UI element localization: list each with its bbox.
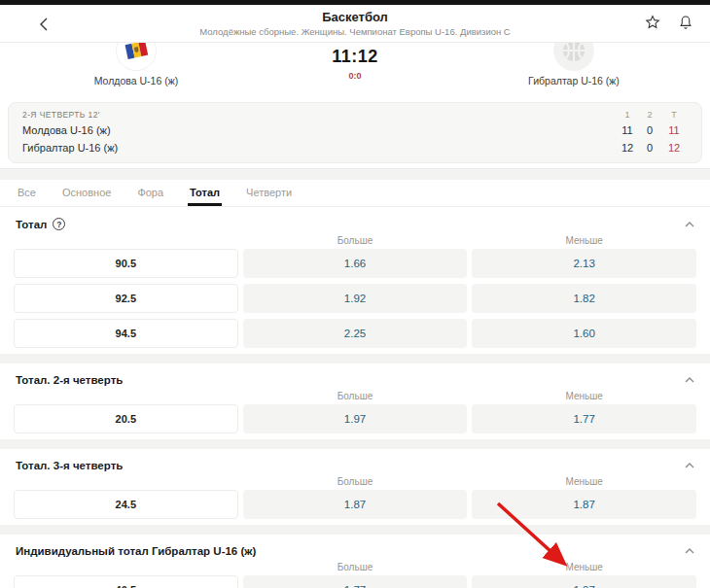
section-divider [0,439,710,449]
section-title: Индивидуальный тотал Гибралтар U-16 (ж) [16,545,256,557]
markets-list: Тотал ? Больше Меньше 90.5 1.66 2.13 92.… [0,207,710,588]
under-column-label: Меньше [472,476,696,487]
collapse-section-button[interactable] [685,222,694,227]
section-divider [0,525,710,535]
chevron-up-icon [685,222,694,227]
over-odds-button[interactable]: 2.25 [243,319,468,348]
over-odds-button[interactable]: 1.77 [243,575,468,588]
home-team-name: Молдова U-16 (ж) [94,75,178,86]
under-odds-button[interactable]: 1.87 [472,490,696,519]
tab-total[interactable]: Тотал [188,180,222,206]
section-header-total-q3: Тотал. 3-я четверть [0,449,710,474]
home-total-score: 11 [660,124,688,136]
odds-row: 40.5 1.77 1.97 [14,575,696,588]
favorite-star-icon[interactable] [644,14,661,31]
tab-quarters[interactable]: Четверти [244,180,294,206]
odds-row: 24.5 1.87 1.87 [14,490,696,519]
over-odds-button[interactable]: 1.97 [243,404,468,433]
over-odds-button[interactable]: 1.87 [243,490,468,519]
scoreboard-panel: 2-Я ЧЕТВЕРТЬ 12' 1 2 T Молдова U-16 (ж) … [8,102,702,163]
market-tabs: Все Основное Фора Тотал Четверти [0,180,710,207]
under-odds-button[interactable]: 1.60 [472,319,696,348]
scoreboard-away-name: Гибралтар U-16 (ж) [22,141,616,155]
section-divider [0,354,710,363]
notifications-bell-icon[interactable] [677,14,694,31]
total-line-value: 20.5 [14,404,238,433]
odds-row: 94.5 2.25 1.60 [14,319,696,348]
odds-row: 20.5 1.97 1.77 [14,404,696,433]
home-q1-score: 11 [616,124,639,136]
total-line-value: 90.5 [14,249,238,278]
match-score-block: 11:12 0:0 [272,43,438,99]
under-column-label: Меньше [472,562,696,572]
away-team: Гибралтар U-16 (ж) [438,43,710,99]
section-title: Тотал. 3-я четверть [16,460,123,471]
page-title: Баскетбол [199,10,510,24]
tab-main[interactable]: Основное [60,180,113,206]
over-column-label: Больше [243,391,468,401]
match-summary: Молдова U-16 (ж) 11:12 0:0 Гибралтар U-1… [0,43,710,99]
under-odds-button[interactable]: 1.97 [472,575,696,588]
match-period-score: 0:0 [348,71,361,81]
odds-column-headers: Больше Меньше [14,235,696,246]
away-q2-score: 0 [639,142,660,154]
period-label: 2-Я ЧЕТВЕРТЬ 12' [22,110,616,120]
collapse-section-button[interactable] [685,377,694,383]
away-total-score: 12 [660,142,688,154]
back-button[interactable] [37,17,53,32]
collapse-section-button[interactable] [685,548,694,554]
odds-column-headers: Больше Меньше [14,476,696,487]
odds-column-headers: Больше Меньше [14,562,696,572]
under-odds-button[interactable]: 1.82 [472,284,696,313]
over-odds-button[interactable]: 1.92 [243,284,468,313]
under-odds-button[interactable]: 1.77 [472,404,696,433]
over-column-label: Больше [243,562,468,572]
total-line-value: 92.5 [14,284,238,313]
home-q2-score: 0 [639,124,660,136]
scoreboard-home-name: Молдова U-16 (ж) [22,123,616,137]
chevron-up-icon [685,377,694,383]
header-icons [644,14,694,31]
section-title: Тотал [16,219,47,230]
col-q2: 2 [639,110,660,120]
away-team-name: Гибралтар U-16 (ж) [528,75,620,86]
section-divider [0,168,710,180]
over-column-label: Больше [243,476,468,487]
total-line-value: 40.5 [14,575,238,588]
odds-row: 90.5 1.66 2.13 [14,249,696,278]
under-column-label: Меньше [472,235,696,246]
tab-all[interactable]: Все [16,180,38,206]
tab-handicap[interactable]: Фора [135,180,165,206]
col-total: T [660,110,688,120]
over-column-label: Больше [243,235,468,246]
away-q1-score: 12 [616,142,639,154]
collapse-section-button[interactable] [685,463,694,468]
chevron-up-icon [685,463,694,468]
page-subtitle: Молодёжные сборные. Женщины. Чемпионат Е… [199,26,510,37]
section-header-individual-total: Индивидуальный тотал Гибралтар U-16 (ж) [0,535,710,560]
betting-event-screen: Баскетбол Молодёжные сборные. Женщины. Ч… [0,0,710,588]
match-main-score: 11:12 [332,47,378,67]
odds-column-headers: Больше Меньше [14,391,696,401]
header: Баскетбол Молодёжные сборные. Женщины. Ч… [0,5,710,43]
under-odds-button[interactable]: 2.13 [472,249,696,278]
section-title: Тотал. 2-я четверть [16,374,123,386]
basketball-placeholder-icon [553,43,594,71]
under-column-label: Меньше [472,391,696,401]
section-header-total-q2: Тотал. 2-я четверть [0,363,710,389]
home-team: Молдова U-16 (ж) [0,43,272,99]
over-odds-button[interactable]: 1.66 [243,249,468,278]
odds-row: 92.5 1.92 1.82 [14,284,696,313]
section-header-total: Тотал ? [0,207,710,233]
header-title-block: Баскетбол Молодёжные сборные. Женщины. Ч… [199,10,510,37]
moldova-flag-icon [116,43,157,71]
help-icon[interactable]: ? [53,218,65,230]
total-line-value: 94.5 [14,319,238,348]
total-line-value: 24.5 [14,490,238,519]
chevron-left-icon [37,17,53,32]
chevron-up-icon [685,548,694,554]
col-q1: 1 [616,110,639,120]
